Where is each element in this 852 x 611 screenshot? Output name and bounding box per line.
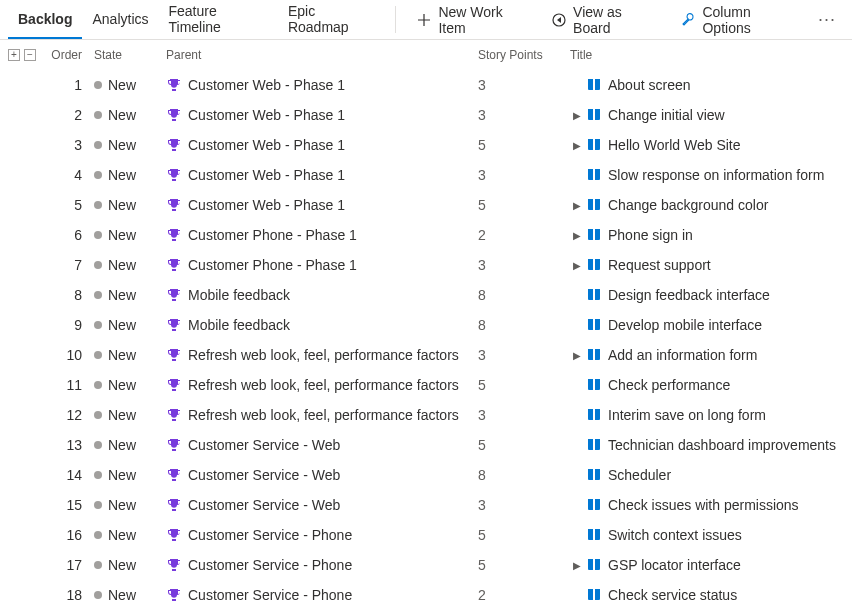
trophy-icon [166,557,182,573]
parent-cell[interactable]: Customer Web - Phase 1 [166,107,478,123]
title-cell[interactable]: ▶GSP locator interface [570,557,852,573]
table-row[interactable]: 3NewCustomer Web - Phase 15▶Hello World … [0,130,852,160]
trophy-icon [166,467,182,483]
table-row[interactable]: 18NewCustomer Service - Phone2Check serv… [0,580,852,610]
expand-all-button[interactable]: + [8,49,20,61]
title-cell[interactable]: Interim save on long form [570,407,852,423]
chevron-right-icon[interactable]: ▶ [570,560,584,571]
order-cell: 5 [38,197,94,213]
table-row[interactable]: 14NewCustomer Service - Web8Scheduler [0,460,852,490]
state-dot-icon [94,201,102,209]
parent-cell[interactable]: Customer Service - Web [166,497,478,513]
state-dot-icon [94,111,102,119]
column-header-order[interactable]: Order [38,48,94,62]
column-options-label: Column Options [702,4,800,36]
title-cell[interactable]: ▶Change initial view [570,107,852,123]
book-icon [586,287,602,303]
title-cell[interactable]: Switch context issues [570,527,852,543]
column-header-title[interactable]: Title [570,48,852,62]
title-cell[interactable]: ▶Hello World Web Site [570,137,852,153]
title-cell[interactable]: ▶Add an information form [570,347,852,363]
parent-cell[interactable]: Customer Service - Phone [166,587,478,603]
parent-cell[interactable]: Customer Service - Web [166,437,478,453]
title-cell[interactable]: ▶Request support [570,257,852,273]
table-row[interactable]: 17NewCustomer Service - Phone5▶GSP locat… [0,550,852,580]
title-cell[interactable]: Check service status [570,587,852,603]
parent-cell[interactable]: Customer Web - Phase 1 [166,197,478,213]
chevron-right-icon[interactable]: ▶ [570,260,584,271]
title-cell[interactable]: ▶Phone sign in [570,227,852,243]
title-cell[interactable]: About screen [570,77,852,93]
table-row[interactable]: 5NewCustomer Web - Phase 15▶Change backg… [0,190,852,220]
chevron-right-icon[interactable]: ▶ [570,230,584,241]
table-row[interactable]: 8NewMobile feedback8Design feedback inte… [0,280,852,310]
parent-cell[interactable]: Customer Web - Phase 1 [166,167,478,183]
tab-epic-roadmap[interactable]: Epic Roadmap [278,0,386,39]
view-as-board-label: View as Board [573,4,660,36]
parent-cell[interactable]: Customer Web - Phase 1 [166,137,478,153]
state-dot-icon [94,561,102,569]
chevron-right-icon[interactable]: ▶ [570,350,584,361]
parent-cell[interactable]: Mobile feedback [166,287,478,303]
parent-cell[interactable]: Customer Service - Phone [166,557,478,573]
chevron-right-icon[interactable]: ▶ [570,110,584,121]
state-cell: New [94,167,166,183]
trophy-icon [166,257,182,273]
column-header-state[interactable]: State [94,48,166,62]
book-icon [586,407,602,423]
table-row[interactable]: 4NewCustomer Web - Phase 13Slow response… [0,160,852,190]
toolbar-divider [395,6,396,33]
table-row[interactable]: 10NewRefresh web look, feel, performance… [0,340,852,370]
state-dot-icon [94,351,102,359]
title-cell[interactable]: Scheduler [570,467,852,483]
parent-cell[interactable]: Customer Service - Web [166,467,478,483]
state-dot-icon [94,441,102,449]
points-cell: 2 [478,227,570,243]
parent-cell[interactable]: Refresh web look, feel, performance fact… [166,347,478,363]
tab-feature-timeline[interactable]: Feature Timeline [159,0,278,39]
title-cell[interactable]: Develop mobile interface [570,317,852,333]
parent-cell[interactable]: Customer Phone - Phase 1 [166,227,478,243]
book-icon [586,197,602,213]
table-row[interactable]: 6NewCustomer Phone - Phase 12▶Phone sign… [0,220,852,250]
parent-cell[interactable]: Refresh web look, feel, performance fact… [166,377,478,393]
parent-cell[interactable]: Customer Phone - Phase 1 [166,257,478,273]
title-cell[interactable]: Design feedback interface [570,287,852,303]
tab-backlog[interactable]: Backlog [8,0,82,39]
table-row[interactable]: 9NewMobile feedback8Develop mobile inter… [0,310,852,340]
title-cell[interactable]: Check performance [570,377,852,393]
collapse-all-button[interactable]: − [24,49,36,61]
parent-cell[interactable]: Customer Service - Phone [166,527,478,543]
trophy-icon [166,377,182,393]
chevron-right-icon[interactable]: ▶ [570,200,584,211]
more-actions-button[interactable]: ··· [810,9,844,30]
title-cell[interactable]: Technician dashboard improvements [570,437,852,453]
column-header-points[interactable]: Story Points [478,48,570,62]
parent-cell[interactable]: Customer Web - Phase 1 [166,77,478,93]
table-row[interactable]: 1NewCustomer Web - Phase 13About screen [0,70,852,100]
order-cell: 2 [38,107,94,123]
tab-analytics[interactable]: Analytics [82,0,158,39]
table-row[interactable]: 15NewCustomer Service - Web3Check issues… [0,490,852,520]
state-cell: New [94,347,166,363]
state-cell: New [94,137,166,153]
title-cell[interactable]: Slow response on information form [570,167,852,183]
title-cell[interactable]: Check issues with permissions [570,497,852,513]
table-row[interactable]: 11NewRefresh web look, feel, performance… [0,370,852,400]
parent-cell[interactable]: Refresh web look, feel, performance fact… [166,407,478,423]
view-as-board-button[interactable]: View as Board [541,0,670,39]
table-row[interactable]: 12NewRefresh web look, feel, performance… [0,400,852,430]
state-cell: New [94,107,166,123]
trophy-icon [166,527,182,543]
parent-cell[interactable]: Mobile feedback [166,317,478,333]
column-header-parent[interactable]: Parent [166,48,478,62]
chevron-right-icon[interactable]: ▶ [570,140,584,151]
title-cell[interactable]: ▶Change background color [570,197,852,213]
book-icon [586,587,602,603]
table-row[interactable]: 16NewCustomer Service - Phone5Switch con… [0,520,852,550]
new-work-item-button[interactable]: New Work Item [406,0,541,39]
column-options-button[interactable]: Column Options [670,0,810,39]
table-row[interactable]: 13NewCustomer Service - Web5Technician d… [0,430,852,460]
table-row[interactable]: 2NewCustomer Web - Phase 13▶Change initi… [0,100,852,130]
table-row[interactable]: 7NewCustomer Phone - Phase 13▶Request su… [0,250,852,280]
